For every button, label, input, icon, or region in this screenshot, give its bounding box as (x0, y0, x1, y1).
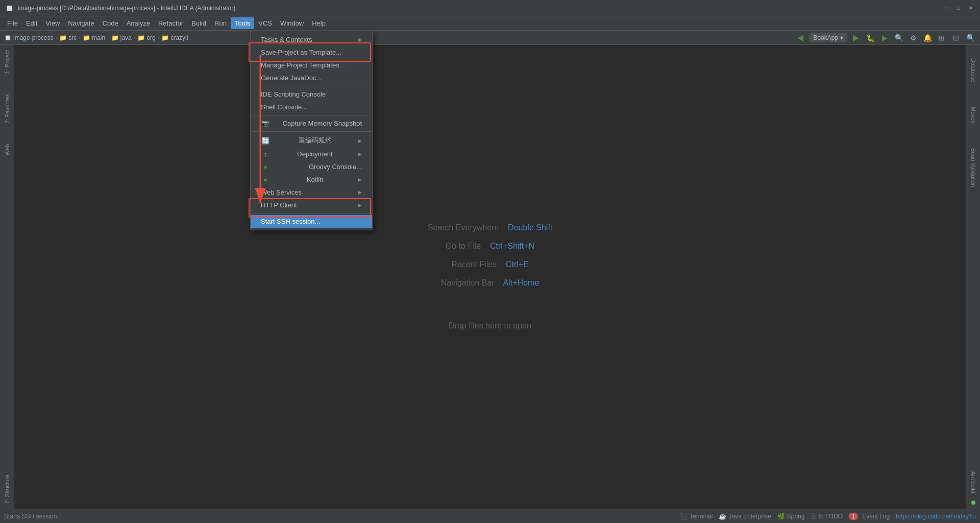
breadcrumb-crazyit[interactable]: 📁 crazyit (161, 34, 188, 41)
reformat-icon: 🔄 (261, 137, 270, 145)
spring-icon: 🌿 (777, 513, 785, 520)
menu-tools[interactable]: Tools (231, 17, 254, 29)
sidebar-item-ant-build[interactable]: Ant build (969, 468, 978, 496)
run-config-selector[interactable]: BookApp ▾ (809, 33, 847, 42)
spring-tab[interactable]: 🌿 Spring (777, 513, 805, 520)
maximize-button[interactable]: □ (954, 4, 963, 12)
drop-files-hint: Drop files here to open (449, 321, 531, 330)
coverage-button[interactable]: ▶ (879, 32, 890, 43)
navigate-back-icon[interactable]: ◀ (795, 32, 806, 43)
sidebar-item-favorites[interactable]: 2: Favorites (3, 91, 12, 126)
expand-button[interactable]: ⊡ (950, 32, 962, 43)
main-area: Search Everywhere Double Shift Go to Fil… (14, 45, 966, 509)
debug-button[interactable]: 🐛 (865, 32, 876, 43)
profile-button[interactable]: 🔍 (893, 32, 904, 43)
event-log-tab[interactable]: 1 Event Log (849, 513, 890, 520)
tools-dropdown-menu: Tasks & Contexts Save Project as Templat… (250, 31, 373, 230)
run-config-label: BookApp (813, 34, 838, 41)
breadcrumb-sep-4: › (134, 35, 136, 41)
search-everywhere-hint: Search Everywhere Double Shift (428, 223, 553, 232)
menu-shell-console[interactable]: Shell Console... (251, 101, 372, 113)
menu-analyze[interactable]: Analyze (122, 17, 154, 29)
menu-refactor[interactable]: Refactor (154, 17, 187, 29)
search-hint-text: Search Everywhere (428, 223, 499, 232)
kotlin-icon: ● (261, 176, 270, 183)
java-enterprise-label: Java Enterprise (728, 513, 771, 520)
menu-run[interactable]: Run (210, 17, 231, 29)
terminal-label: Terminal (690, 513, 713, 520)
menu-groovy-console[interactable]: ●Groovy Console... (251, 160, 372, 173)
menu-view[interactable]: View (41, 17, 64, 29)
event-log-badge: 1 (849, 513, 858, 520)
breadcrumb-sep-3: › (107, 35, 109, 41)
menu-start-ssh-session[interactable]: Start SSH session... (251, 215, 372, 228)
menu-reformat-code[interactable]: 🔄重编码规约 (251, 133, 372, 148)
csdn-url[interactable]: https://blog.csdn.net/sndayYu (896, 513, 976, 520)
menu-edit[interactable]: Edit (22, 17, 41, 29)
goto-file-shortcut: Ctrl+Shift+N (490, 242, 534, 250)
sidebar-item-project[interactable]: 1: Project (3, 47, 12, 77)
breadcrumb-sep-2: › (79, 35, 81, 41)
layout-button[interactable]: ⊞ (936, 32, 947, 43)
todo-icon: ☰ (811, 513, 816, 520)
menu-code[interactable]: Code (99, 17, 122, 29)
menu-tasks-contexts[interactable]: Tasks & Contexts (251, 33, 372, 46)
sidebar-item-maven[interactable]: Maven (969, 104, 978, 127)
menu-manage-templates[interactable]: Manage Project Templates... (251, 59, 372, 72)
menu-capture-memory[interactable]: 📷Capture Memory Snapshot (251, 117, 372, 130)
menu-ide-scripting-console[interactable]: IDE Scripting Console (251, 88, 372, 101)
close-button[interactable]: ✕ (967, 4, 975, 12)
run-config-dropdown-icon: ▾ (840, 34, 843, 41)
breadcrumb-project[interactable]: 🔲 image-process (4, 34, 54, 41)
menu-kotlin[interactable]: ●Kotlin (251, 173, 372, 186)
breadcrumb-org[interactable]: 📁 org (137, 34, 155, 41)
menu-web-services[interactable]: Web Services (251, 186, 372, 199)
terminal-tab[interactable]: ⬛ Terminal (680, 513, 713, 520)
nav-bar-text: Navigation Bar (441, 278, 495, 287)
breadcrumb-src[interactable]: 📁 src (59, 34, 77, 41)
nav-bar-shortcut: Alt+Home (503, 278, 540, 287)
menu-file[interactable]: File (3, 17, 22, 29)
sidebar-item-bean-validation[interactable]: Bean Validation (969, 145, 978, 190)
breadcrumb-java[interactable]: 📁 java (111, 34, 132, 41)
sidebar-item-database[interactable]: Database (969, 55, 978, 85)
recent-files-hint: Recent Files Ctrl+E (451, 260, 529, 269)
menu-navigate[interactable]: Navigate (64, 17, 98, 29)
menu-vcs[interactable]: VCS (254, 17, 276, 29)
groovy-icon: ● (261, 163, 270, 171)
goto-file-text: Go to File (446, 242, 481, 250)
menu-save-template[interactable]: Save Project as Template... (251, 46, 372, 59)
separator-2 (251, 115, 372, 115)
breadcrumb-bar: 🔲 image-process › 📁 src › 📁 main › 📁 jav… (0, 31, 980, 45)
notification-button[interactable]: 🔔 (922, 32, 933, 43)
settings-button[interactable]: ⚙ (908, 32, 919, 43)
title-bar: 🔲 image-process [D:\PData\baidunet\image… (0, 0, 980, 16)
window-controls[interactable]: ─ □ ✕ (942, 4, 975, 12)
search-everywhere-icon[interactable]: 🔍 (965, 32, 976, 43)
run-button[interactable]: ▶ (850, 32, 862, 43)
menu-deployment[interactable]: ↕Deployment (251, 148, 372, 160)
sidebar-item-web[interactable]: Web (3, 141, 12, 158)
menu-window[interactable]: Window (276, 17, 308, 29)
minimize-button[interactable]: ─ (942, 4, 950, 12)
menu-help[interactable]: Help (308, 17, 330, 29)
deployment-icon: ↕ (261, 150, 270, 158)
title-text: image-process [D:\PData\baidunet\image-p… (18, 5, 942, 12)
event-log-label: Event Log (862, 513, 890, 520)
recent-files-text: Recent Files (451, 260, 497, 269)
right-sidebar: Database Maven Bean Validation Ant build (966, 45, 980, 509)
sidebar-item-structure[interactable]: 7: Structure (3, 471, 12, 507)
drop-files-text: Drop files here to open (449, 321, 531, 330)
breadcrumb-sep-5: › (158, 35, 160, 41)
java-enterprise-tab[interactable]: ☕ Java Enterprise (719, 513, 771, 520)
separator-4 (251, 213, 372, 213)
goto-file-hint: Go to File Ctrl+Shift+N (446, 242, 534, 251)
camera-icon: 📷 (261, 120, 270, 127)
breadcrumb-main[interactable]: 📁 main (83, 34, 105, 41)
navigation-bar-hint: Navigation Bar Alt+Home (441, 278, 540, 288)
menu-build[interactable]: Build (187, 17, 210, 29)
todo-tab[interactable]: ☰ 6: TODO (811, 513, 843, 520)
menu-generate-javadoc[interactable]: Generate JavaDoc... (251, 72, 372, 84)
status-message: Starts SSH session (4, 513, 57, 520)
menu-http-client[interactable]: HTTP Client (251, 199, 372, 211)
